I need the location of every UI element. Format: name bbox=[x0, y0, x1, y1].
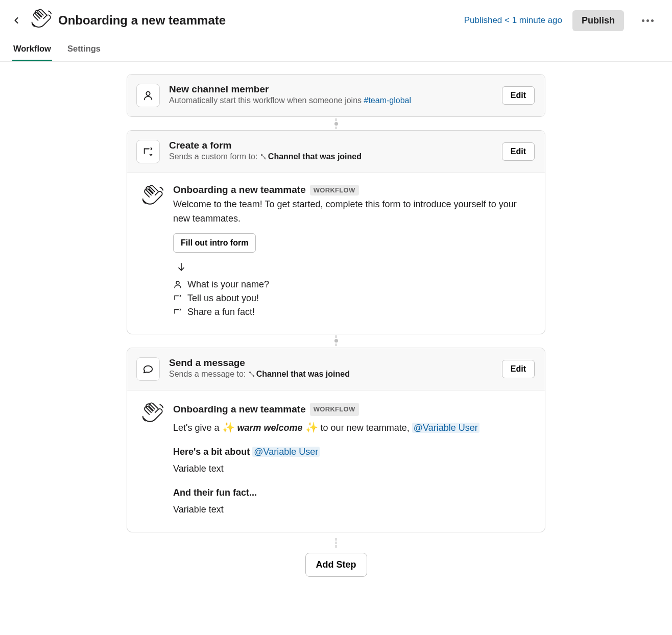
svg-point-4 bbox=[176, 281, 179, 284]
tab-workflow[interactable]: Workflow bbox=[12, 39, 52, 61]
recipient-chip: Channel that was joined bbox=[268, 152, 362, 161]
publish-status: Published < 1 minute ago bbox=[464, 15, 562, 26]
channel-link[interactable]: #team-global bbox=[364, 96, 412, 105]
step-title: Send a message bbox=[169, 357, 493, 369]
edit-button[interactable]: Edit bbox=[502, 360, 535, 378]
recipient-chip: Channel that was joined bbox=[256, 370, 350, 378]
connector bbox=[335, 117, 337, 130]
more-menu-button[interactable] bbox=[637, 10, 658, 31]
text-icon bbox=[173, 307, 182, 316]
arrow-down-icon bbox=[176, 262, 532, 274]
chat-icon bbox=[136, 357, 160, 381]
workflow-name: Onboarding a new teammate bbox=[173, 184, 306, 196]
page-title: Onboarding a new teammate bbox=[58, 13, 226, 28]
form-question: Tell us about you! bbox=[173, 293, 532, 304]
svg-point-5 bbox=[249, 372, 250, 373]
svg-point-1 bbox=[261, 154, 262, 155]
svg-point-2 bbox=[265, 158, 266, 159]
connector bbox=[335, 532, 337, 553]
svg-point-6 bbox=[253, 375, 254, 376]
form-question: Share a fun fact! bbox=[173, 307, 532, 317]
workflow-badge: WORKFLOW bbox=[310, 403, 359, 417]
step-description: Sends a message to: Channel that was joi… bbox=[169, 370, 493, 380]
variable-icon bbox=[260, 153, 267, 162]
step-message-card: Send a message Sends a message to: Chann… bbox=[127, 348, 545, 533]
tab-settings[interactable]: Settings bbox=[66, 39, 102, 61]
variable-user: @Variable User bbox=[252, 447, 320, 457]
add-step-button[interactable]: Add Step bbox=[305, 553, 367, 577]
welcome-text: Welcome to the team! To get started, com… bbox=[173, 198, 532, 226]
sparkle-icon: ✨ bbox=[305, 422, 318, 433]
wave-icon bbox=[30, 8, 52, 33]
wave-icon bbox=[140, 184, 164, 210]
variable-text: Variable text bbox=[173, 461, 532, 476]
tabs: Workflow Settings bbox=[0, 39, 672, 62]
variable-icon bbox=[248, 371, 255, 380]
step-description: Automatically start this workflow when s… bbox=[169, 96, 493, 105]
step-form-card: Create a form Sends a custom form to: Ch… bbox=[127, 130, 545, 334]
svg-point-0 bbox=[146, 92, 150, 95]
publish-button[interactable]: Publish bbox=[572, 10, 624, 31]
form-icon bbox=[136, 140, 160, 163]
workflow-badge: WORKFLOW bbox=[310, 185, 359, 196]
connector bbox=[335, 334, 337, 348]
step-trigger-card: New channel member Automatically start t… bbox=[127, 74, 545, 117]
message-heading: Here's a bit about @Variable User bbox=[173, 445, 532, 459]
message-line-1: Let's give a ✨ warm welcome ✨ to our new… bbox=[173, 419, 532, 435]
variable-text: Variable text bbox=[173, 502, 532, 517]
person-icon bbox=[136, 84, 160, 107]
back-button[interactable] bbox=[9, 13, 23, 28]
text-icon bbox=[173, 294, 182, 303]
step-title: New channel member bbox=[169, 84, 493, 95]
step-title: Create a form bbox=[169, 140, 493, 151]
step-description: Sends a custom form to: Channel that was… bbox=[169, 152, 493, 162]
edit-button[interactable]: Edit bbox=[502, 142, 535, 161]
wave-icon bbox=[140, 402, 164, 427]
edit-button[interactable]: Edit bbox=[502, 86, 535, 105]
person-icon bbox=[173, 280, 182, 289]
variable-user: @Variable User bbox=[412, 423, 479, 433]
form-question: What is your name? bbox=[173, 279, 532, 290]
workflow-name: Onboarding a new teammate bbox=[173, 402, 306, 417]
fill-out-form-button[interactable]: Fill out intro form bbox=[173, 233, 256, 253]
sparkle-icon: ✨ bbox=[222, 422, 235, 433]
message-heading: And their fun fact... bbox=[173, 485, 532, 500]
